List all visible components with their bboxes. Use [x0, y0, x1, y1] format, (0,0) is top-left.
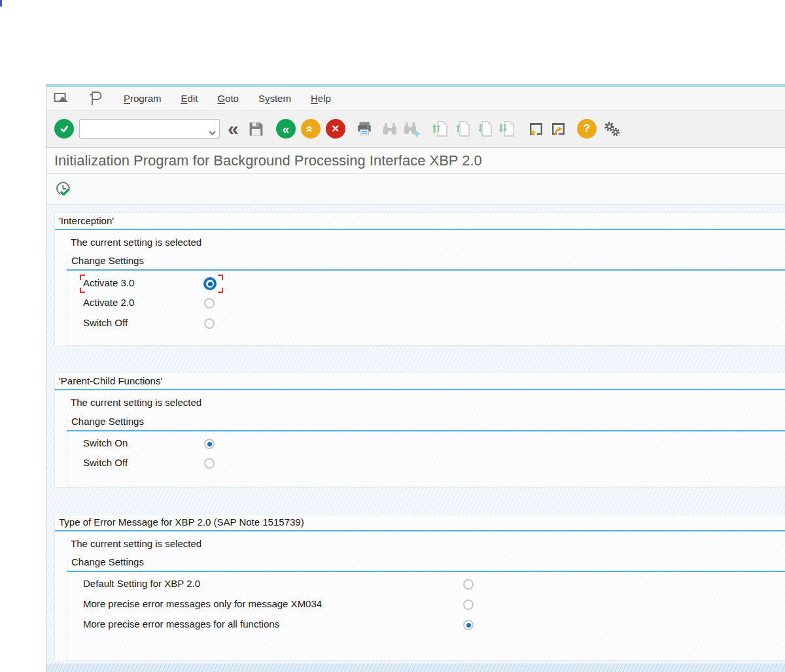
radio-switch-on[interactable] [204, 439, 215, 449]
option-row: Switch Off [67, 315, 785, 332]
radio-label: Activate 2.0 [83, 297, 134, 308]
next-page-icon[interactable] [476, 120, 493, 137]
status-text: The current setting is selected [71, 538, 201, 549]
radio-default-setting[interactable] [463, 579, 474, 590]
menu-edit[interactable]: Edit [181, 93, 198, 104]
execute-icon[interactable] [55, 180, 73, 198]
group-title: Change Settings [71, 255, 144, 266]
section-parent-child: 'Parent-Child Functions' The current set… [54, 373, 785, 488]
radio-switch-off[interactable] [204, 458, 215, 469]
customize-icon[interactable] [603, 120, 621, 138]
command-field[interactable] [79, 119, 220, 139]
group-title-rule [67, 571, 785, 572]
option-row: Switch On [67, 435, 785, 452]
window-bottom-band [46, 664, 785, 672]
find-icon[interactable] [382, 121, 398, 137]
menu-system[interactable]: System [258, 93, 291, 104]
change-settings-group: Change Settings Default Setting for XBP … [67, 554, 785, 661]
radio-activate-2-0[interactable] [204, 298, 215, 309]
menu-goto[interactable]: Goto [217, 93, 239, 104]
section-title-rule [55, 530, 785, 531]
stray-cursor-artifact [0, 0, 2, 7]
program-window-icon [87, 90, 104, 107]
radio-label: More precise error messages for all func… [83, 618, 279, 630]
radio-label: Switch On [83, 437, 128, 448]
collapse-command-icon[interactable]: « [228, 120, 239, 137]
page-title: Initialization Program for Background Pr… [54, 152, 482, 169]
menu-program[interactable]: Program [124, 93, 162, 104]
change-settings-group: Change Settings Activate 3.0 Activate 2.… [67, 252, 785, 346]
section-title-rule [55, 229, 785, 230]
option-row: More precise error messages only for mes… [67, 596, 785, 613]
group-title: Change Settings [71, 556, 144, 567]
first-page-icon[interactable] [432, 120, 449, 137]
sap-gui-window: Program Edit Goto System Help « « [46, 84, 785, 672]
status-text: The current setting is selected [71, 237, 201, 248]
gui-menu-icon[interactable] [53, 90, 70, 107]
group-title-rule [67, 430, 785, 431]
option-row: Switch Off [67, 455, 785, 472]
enter-icon[interactable] [54, 119, 74, 139]
radio-precise-all[interactable] [463, 620, 474, 630]
focus-bracket [218, 275, 223, 280]
command-field-wrap [79, 119, 220, 139]
radio-label: Activate 3.0 [83, 277, 134, 288]
radio-activate-3-0[interactable] [203, 277, 217, 290]
new-session-icon[interactable]: ★ [527, 120, 544, 137]
find-next-icon[interactable] [403, 120, 420, 137]
section-title: 'Interception' [59, 215, 114, 226]
radio-switch-off[interactable] [204, 318, 215, 329]
option-row: More precise error messages for all func… [67, 616, 785, 633]
focus-bracket [80, 288, 85, 293]
print-icon[interactable] [356, 120, 373, 137]
previous-page-icon[interactable] [454, 120, 471, 137]
back-icon[interactable]: « [276, 119, 296, 139]
section-title: 'Parent-Child Functions' [59, 375, 162, 386]
radio-label: More precise error messages only for mes… [83, 598, 322, 609]
radio-label: Switch Off [83, 317, 128, 328]
option-row: Activate 3.0 [67, 275, 785, 292]
cancel-icon[interactable]: ✕ [326, 119, 345, 139]
standard-toolbar: « « « ✕ [46, 110, 785, 148]
radio-label: Switch Off [83, 457, 128, 468]
status-text: The current setting is selected [71, 397, 201, 408]
radio-precise-xm034[interactable] [463, 599, 474, 610]
group-title-rule [67, 269, 785, 271]
content-area: 'Interception' The current setting is se… [46, 205, 785, 664]
change-settings-group: Change Settings Switch On Switch Off [67, 413, 785, 486]
menu-bar: Program Edit Goto System Help [46, 87, 785, 110]
last-page-icon[interactable] [498, 120, 515, 137]
radio-label: Default Setting for XBP 2.0 [83, 578, 200, 589]
section-error-message-type: Type of Error Message for XBP 2.0 (SAP N… [54, 514, 785, 662]
svg-text:★: ★ [529, 127, 537, 137]
option-row: Default Setting for XBP 2.0 [67, 576, 785, 593]
application-toolbar [46, 174, 785, 205]
menu-help[interactable]: Help [311, 93, 331, 104]
section-title-rule [55, 389, 785, 390]
create-shortcut-icon[interactable] [550, 120, 567, 137]
help-icon[interactable]: ? [577, 119, 597, 139]
section-title: Type of Error Message for XBP 2.0 (SAP N… [59, 516, 304, 528]
title-bar: Initialization Program for Background Pr… [46, 148, 785, 174]
save-icon[interactable] [248, 121, 264, 137]
focus-bracket [218, 288, 223, 293]
exit-icon[interactable]: « [301, 119, 321, 139]
option-row: Activate 2.0 [67, 295, 785, 312]
group-title: Change Settings [71, 416, 144, 427]
section-interception: 'Interception' The current setting is se… [54, 212, 785, 347]
